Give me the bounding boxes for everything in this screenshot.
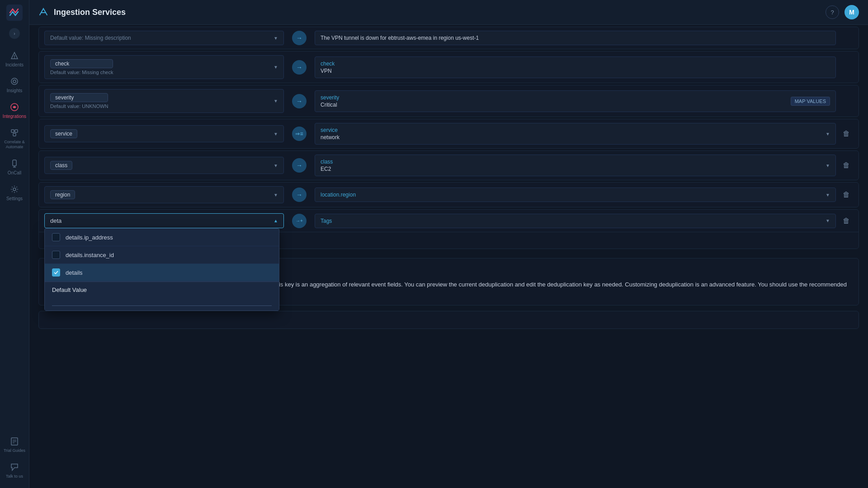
class-tag: class <box>50 161 72 170</box>
sidebar-item-incidents[interactable]: Incidents <box>0 46 29 72</box>
user-avatar[interactable]: M <box>844 5 859 19</box>
header-right: ? M <box>826 5 859 19</box>
right-col-deta: Tags ▼ <box>315 214 836 228</box>
description-arrow-icon: → <box>292 31 307 45</box>
description-target-box[interactable]: The VPN tunnel is down for ebtrust-aws-e… <box>315 31 836 45</box>
incidents-icon <box>9 51 19 61</box>
mapping-row-service: service ▼ ⇒≡ service network <box>38 119 859 149</box>
sidebar-item-label-integrations: Integrations <box>3 114 26 119</box>
mappings-section: Default value: Missing description ▼ → T… <box>29 25 868 253</box>
left-col-severity: severity Default value: UNKNOWN ▼ <box>44 89 284 113</box>
severity-field-selector[interactable]: severity Default value: UNKNOWN ▼ <box>44 89 284 113</box>
region-field-selector[interactable]: region ▼ <box>44 186 284 203</box>
service-target-box[interactable]: service network ▼ <box>315 123 836 145</box>
class-arrow-icon: → <box>292 158 307 173</box>
mid-col-check: → <box>288 60 311 75</box>
deta-actions: 🗑 <box>840 217 853 225</box>
check-field-selector[interactable]: check Default value: Missing check ▼ <box>44 55 284 79</box>
sidebar-item-talk[interactable]: Talk to us <box>0 458 29 483</box>
deta-target-name: Tags <box>321 218 332 224</box>
right-col-description: The VPN tunnel is down for ebtrust-aws-e… <box>315 31 836 45</box>
class-target-value: EC2 <box>321 166 333 172</box>
sidebar-item-label-settings: Settings <box>6 196 23 201</box>
service-delete-button[interactable]: 🗑 <box>843 130 850 138</box>
dropdown-item-label-details: details <box>66 269 83 276</box>
dropdown-item-ip[interactable]: details.ip_address <box>45 229 279 246</box>
correlate-icon <box>9 128 19 138</box>
sidebar-item-label-correlate: Correlate &Automate <box>4 140 25 150</box>
checkbox-instance[interactable] <box>52 251 60 259</box>
deta-delete-button[interactable]: 🗑 <box>843 217 850 225</box>
mapping-row-deta: deta ▲ details.ip_address <box>38 209 859 249</box>
description-dropdown-arrow: ▼ <box>274 36 278 41</box>
service-dropdown-arrow: ▼ <box>274 131 278 136</box>
dropdown-item-instance[interactable]: details.instance_id <box>45 246 279 264</box>
sidebar-item-label-oncall: OnCall <box>8 170 22 175</box>
left-col-class: class ▼ <box>44 157 284 174</box>
description-target-value: The VPN tunnel is down for ebtrust-aws-e… <box>321 35 479 41</box>
deta-arrow-icon: →+ <box>292 214 307 228</box>
sidebar-item-settings[interactable]: Settings <box>0 180 29 206</box>
mapping-entry-check: check Default value: Missing check ▼ → c… <box>39 52 859 83</box>
mid-col-deta: →+ <box>288 214 311 228</box>
insights-icon <box>9 76 19 86</box>
mapping-row-class: class ▼ → class EC2 <box>38 150 859 180</box>
class-target-box[interactable]: class EC2 ▼ <box>315 155 836 176</box>
region-target-box[interactable]: location.region ▼ <box>315 188 836 202</box>
dropdown-item-label-instance: details.instance_id <box>66 252 114 258</box>
page-title: Ingestion Services <box>54 8 126 17</box>
mapping-row-description: Default value: Missing description ▼ → T… <box>38 27 859 49</box>
severity-tag: severity <box>50 93 108 102</box>
dropdown-item-details[interactable]: details <box>45 264 279 282</box>
settings-icon <box>9 184 19 194</box>
deta-field-selector[interactable]: deta ▲ <box>44 213 284 228</box>
severity-target-value: Critical <box>321 102 339 108</box>
sidebar-item-oncall[interactable]: OnCall <box>0 154 29 180</box>
header-icon <box>38 6 48 19</box>
mapping-row-region: region ▼ → location.region <box>38 182 859 207</box>
region-target-name: location.region <box>321 192 356 198</box>
check-target-value: VPN <box>321 68 335 74</box>
dropdown-item-label-ip: details.ip_address <box>66 234 113 241</box>
mapping-entry-deta: deta ▲ details.ip_address <box>39 210 859 232</box>
severity-map-values-button[interactable]: MAP VALUES <box>791 97 830 106</box>
right-col-severity: severity Critical MAP VALUES <box>315 90 836 112</box>
default-value-input[interactable] <box>52 295 272 306</box>
service-field-selector[interactable]: service ▼ <box>44 125 284 142</box>
severity-arrow-icon: → <box>292 94 307 108</box>
svg-point-12 <box>13 188 16 191</box>
svg-rect-0 <box>6 5 23 21</box>
class-target-dropdown: ▼ <box>826 163 830 168</box>
deta-dropdown-overlay: details.ip_address details.instance_id <box>44 228 279 311</box>
severity-target-name: severity <box>321 94 339 101</box>
right-col-region: location.region ▼ <box>315 188 836 202</box>
deta-target-box[interactable]: Tags ▼ <box>315 214 836 228</box>
check-tag: check <box>50 59 113 68</box>
mapping-entry-description: Default value: Missing description ▼ → T… <box>39 27 859 49</box>
sidebar-collapse-button[interactable]: › <box>9 28 20 39</box>
mapping-entry-service: service ▼ ⇒≡ service network <box>39 119 859 148</box>
sidebar-item-correlate[interactable]: Correlate &Automate <box>0 123 29 154</box>
region-delete-button[interactable]: 🗑 <box>843 191 850 199</box>
sidebar-item-insights[interactable]: Insights <box>0 72 29 98</box>
sidebar-item-label-insights: Insights <box>7 88 22 93</box>
sidebar-item-trial[interactable]: Trial Guides <box>0 432 29 458</box>
check-target-box[interactable]: check VPN <box>315 56 836 78</box>
integrations-icon <box>9 102 19 112</box>
class-target-name: class <box>321 159 333 165</box>
mid-col-region: → <box>288 188 311 202</box>
right-col-class: class EC2 ▼ <box>315 155 836 176</box>
class-delete-button[interactable]: 🗑 <box>843 161 850 169</box>
severity-target-box[interactable]: severity Critical MAP VALUES <box>315 90 836 112</box>
service-target-actions: ▼ <box>826 131 830 136</box>
help-button[interactable]: ? <box>826 5 839 19</box>
header: Ingestion Services ? M <box>29 0 868 25</box>
description-field-selector[interactable]: Default value: Missing description ▼ <box>44 31 284 45</box>
checkbox-ip[interactable] <box>52 233 60 241</box>
checkbox-details[interactable] <box>52 268 60 277</box>
class-field-selector[interactable]: class ▼ <box>44 157 284 174</box>
sidebar-item-integrations[interactable]: Integrations <box>0 98 29 123</box>
mapping-entry-region: region ▼ → location.region <box>39 183 859 207</box>
check-target-name: check <box>321 61 335 67</box>
service-target-dropdown: ▼ <box>826 131 830 136</box>
